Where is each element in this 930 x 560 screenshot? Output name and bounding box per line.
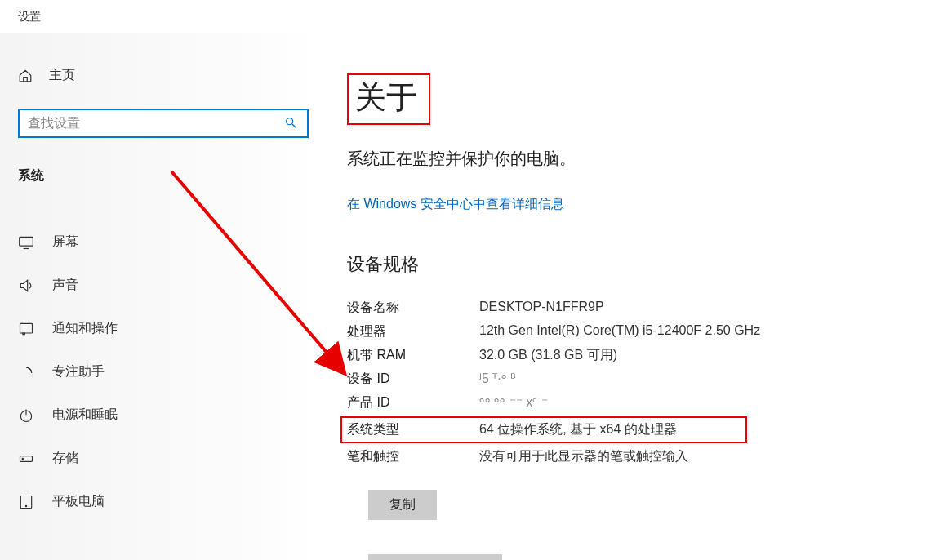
power-icon: [18, 407, 34, 424]
spec-label: 产品 ID: [347, 394, 479, 411]
sidebar-item-label: 屏幕: [52, 233, 78, 251]
sidebar-item-sound[interactable]: 声音: [18, 264, 323, 307]
sidebar-item-label: 平板电脑: [52, 493, 105, 510]
search-box[interactable]: [18, 109, 309, 138]
rename-button[interactable]: 重命名这台电脑: [368, 554, 502, 560]
spec-row-processor: 处理器 12th Gen Intel(R) Core(TM) i5-12400F…: [347, 320, 930, 344]
spec-value: 64 位操作系统, 基于 x64 的处理器: [479, 421, 677, 438]
spec-label: 设备 ID: [347, 371, 479, 388]
sidebar-item-label: 声音: [52, 277, 78, 294]
spec-row-ram: 机带 RAM 32.0 GB (31.8 GB 可用): [347, 344, 930, 367]
home-label: 主页: [49, 67, 75, 84]
storage-icon: [18, 451, 34, 467]
sidebar-item-notifications[interactable]: 通知和操作: [18, 307, 323, 350]
sound-icon: [18, 278, 34, 294]
window-title: 设置: [0, 0, 930, 33]
search-icon: [284, 116, 299, 131]
search-input[interactable]: [28, 116, 284, 131]
spec-row-pen-touch: 笔和触控 没有可用于此显示器的笔或触控输入: [347, 445, 930, 469]
home-link[interactable]: 主页: [18, 56, 323, 96]
spec-value: 32.0 GB (31.8 GB 可用): [479, 347, 617, 364]
sidebar: 主页 系统 屏幕: [0, 33, 323, 560]
security-link[interactable]: 在 Windows 安全中心中查看详细信息: [347, 196, 930, 213]
svg-line-1: [292, 124, 296, 127]
spec-label: 系统类型: [347, 421, 479, 438]
sidebar-item-storage[interactable]: 存储: [18, 437, 323, 480]
sidebar-item-label: 存储: [52, 450, 78, 467]
sidebar-item-label: 专注助手: [52, 363, 105, 380]
spec-value: ᴶ5 ᵀ·ᵒ ᴮ: [479, 371, 516, 388]
spec-label: 处理器: [347, 323, 479, 340]
focus-icon: [18, 364, 34, 380]
copy-button[interactable]: 复制: [368, 490, 437, 520]
spec-row-device-id: 设备 ID ᴶ5 ᵀ·ᵒ ᴮ: [347, 367, 930, 391]
home-icon: [18, 69, 33, 83]
sidebar-item-tablet[interactable]: 平板电脑: [18, 480, 323, 523]
sidebar-item-label: 电源和睡眠: [52, 407, 118, 424]
svg-point-0: [287, 118, 293, 125]
spec-value: 12th Gen Intel(R) Core(TM) i5-12400F 2.5…: [479, 323, 760, 340]
spec-row-device-name: 设备名称 DESKTOP-N1FFR9P: [347, 296, 930, 320]
spec-label: 设备名称: [347, 300, 479, 317]
spec-value: 没有可用于此显示器的笔或触控输入: [479, 448, 688, 465]
page-heading: 关于: [347, 73, 430, 125]
status-text: 系统正在监控并保护你的电脑。: [347, 148, 930, 170]
display-icon: [18, 234, 34, 251]
spec-value: DESKTOP-N1FFR9P: [479, 300, 604, 317]
spec-row-system-type: 系统类型 64 位操作系统, 基于 x64 的处理器: [340, 416, 747, 443]
nav-list: 屏幕 声音 通知和操作: [18, 220, 323, 523]
spec-table: 设备名称 DESKTOP-N1FFR9P 处理器 12th Gen Intel(…: [347, 296, 930, 469]
sidebar-section-title: 系统: [18, 167, 323, 184]
sidebar-item-label: 通知和操作: [52, 320, 118, 337]
spec-heading: 设备规格: [347, 252, 930, 277]
spec-label: 机带 RAM: [347, 347, 479, 364]
svg-rect-4: [20, 323, 33, 333]
svg-point-8: [22, 458, 23, 459]
main-content: 关于 系统正在监控并保护你的电脑。 在 Windows 安全中心中查看详细信息 …: [323, 33, 930, 560]
spec-value: ᵒᵒ ᵒᵒ ⁻⁻ xᶜ ⁻: [479, 394, 548, 411]
sidebar-item-power[interactable]: 电源和睡眠: [18, 393, 323, 437]
svg-rect-2: [20, 237, 33, 246]
tablet-icon: [18, 494, 34, 510]
spec-row-product-id: 产品 ID ᵒᵒ ᵒᵒ ⁻⁻ xᶜ ⁻: [347, 391, 930, 415]
sidebar-item-display[interactable]: 屏幕: [18, 220, 323, 264]
spec-label: 笔和触控: [347, 448, 479, 465]
notification-icon: [18, 321, 34, 337]
sidebar-item-focus[interactable]: 专注助手: [18, 350, 323, 393]
svg-point-10: [25, 505, 26, 506]
